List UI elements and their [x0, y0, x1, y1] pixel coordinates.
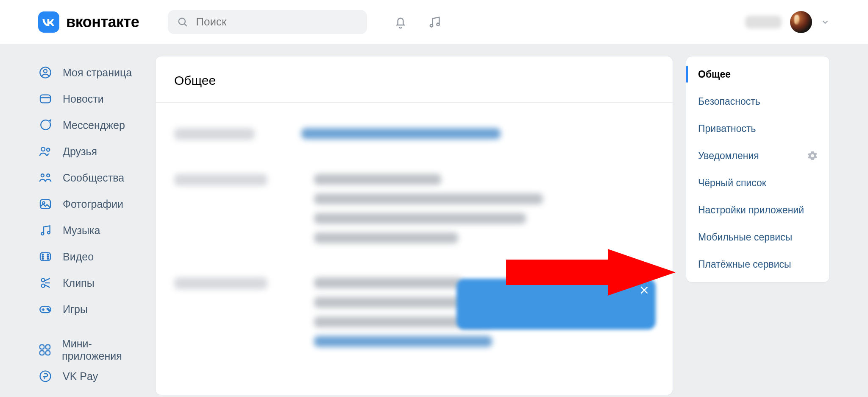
nav-communities[interactable]: Сообщества — [38, 165, 142, 191]
svg-point-10 — [41, 174, 44, 177]
svg-point-17 — [42, 254, 44, 255]
svg-point-22 — [47, 258, 49, 259]
blurred-setting-row — [174, 128, 654, 140]
settings-tab-privacy[interactable]: Приватность — [686, 115, 829, 142]
user-circle-icon — [38, 66, 53, 79]
settings-tab-label: Безопасность — [698, 96, 760, 107]
svg-line-1 — [185, 24, 187, 26]
nav-my-page[interactable]: Моя страница — [38, 59, 142, 86]
svg-point-27 — [48, 310, 50, 311]
settings-tab-label: Мобильные сервисы — [698, 232, 792, 243]
search-box[interactable] — [168, 10, 367, 34]
settings-tab-general[interactable]: Общее — [686, 61, 829, 88]
logo[interactable]: вконтакте — [38, 11, 139, 33]
nav-label: Музыка — [63, 224, 100, 237]
nav-music[interactable]: Музыка — [38, 217, 142, 243]
music-note-icon — [38, 224, 53, 237]
nav-clips[interactable]: Клипы — [38, 270, 142, 296]
notifications-icon[interactable] — [393, 15, 408, 29]
nav-label: Видео — [63, 251, 94, 263]
page-title: Общее — [156, 56, 673, 102]
nav-mini-apps[interactable]: Мини-приложения — [38, 337, 142, 363]
svg-point-20 — [47, 254, 49, 255]
nav-vk-pay[interactable]: VK Pay — [38, 363, 142, 389]
svg-point-8 — [41, 147, 45, 151]
games-icon — [38, 302, 53, 316]
settings-tab-payment-services[interactable]: Платёжные сервисы — [686, 251, 829, 278]
nav-label: Клипы — [63, 277, 95, 289]
nav-label: Моя страница — [63, 67, 132, 79]
svg-point-26 — [47, 308, 48, 310]
svg-point-21 — [47, 256, 49, 257]
video-icon — [38, 250, 53, 263]
left-nav: Моя страница Новости Мессенджер Друзья С… — [38, 56, 142, 397]
avatar[interactable] — [790, 11, 812, 33]
settings-tab-blacklist[interactable]: Чёрный список — [686, 169, 829, 196]
svg-point-5 — [44, 70, 47, 73]
nav-label: Фотографии — [63, 198, 123, 210]
vk-logo-icon — [38, 11, 59, 33]
search-input[interactable] — [196, 15, 358, 28]
settings-tab-mobile-services[interactable]: Мобильные сервисы — [686, 224, 829, 251]
svg-point-0 — [179, 18, 185, 24]
nav-messenger[interactable]: Мессенджер — [38, 112, 142, 138]
svg-point-15 — [47, 231, 50, 234]
svg-point-11 — [47, 174, 50, 177]
nav-video[interactable]: Видео — [38, 243, 142, 270]
username-blurred — [745, 16, 782, 28]
nav-photos[interactable]: Фотографии — [38, 191, 142, 217]
nav-label: Мини-приложения — [62, 338, 142, 362]
nav-label: Игры — [63, 303, 88, 316]
clips-icon — [38, 276, 53, 290]
svg-rect-12 — [40, 199, 50, 208]
settings-tab-label: Общее — [698, 69, 731, 80]
settings-main-panel: Общее — [155, 56, 673, 395]
nav-label: Сообщества — [63, 172, 124, 184]
blurred-setting-row — [174, 174, 654, 243]
svg-point-23 — [42, 278, 45, 282]
svg-rect-28 — [40, 345, 44, 349]
messenger-icon — [38, 118, 53, 132]
settings-tab-label: Уведомления — [698, 150, 759, 162]
services-icon — [38, 343, 52, 357]
settings-tab-label: Платёжные сервисы — [698, 259, 791, 270]
svg-point-19 — [42, 258, 44, 259]
newspaper-icon — [38, 92, 53, 106]
svg-point-24 — [42, 284, 45, 288]
brand-name: вконтакте — [66, 13, 139, 31]
chevron-down-icon[interactable] — [821, 17, 830, 27]
search-icon — [177, 17, 188, 28]
community-icon — [38, 171, 53, 185]
settings-tab-label: Настройки приложений — [698, 204, 804, 216]
nav-label: VK Pay — [63, 370, 98, 383]
music-icon[interactable] — [427, 15, 442, 29]
svg-rect-30 — [40, 351, 44, 355]
svg-rect-29 — [46, 345, 50, 349]
svg-point-2 — [430, 24, 433, 27]
nav-label: Мессенджер — [63, 119, 125, 131]
settings-tab-security[interactable]: Безопасность — [686, 88, 829, 115]
nav-work[interactable]: Работа — [38, 389, 142, 397]
nav-games[interactable]: Игры — [38, 296, 142, 322]
nav-label: Новости — [63, 93, 104, 105]
svg-point-14 — [41, 232, 44, 235]
nav-friends[interactable]: Друзья — [38, 138, 142, 165]
close-icon[interactable] — [637, 283, 651, 297]
photos-icon — [38, 197, 53, 211]
svg-rect-31 — [46, 351, 50, 355]
svg-point-3 — [437, 23, 440, 25]
gear-icon[interactable] — [807, 151, 818, 161]
nav-label: Друзья — [63, 145, 97, 158]
blurred-tooltip — [456, 279, 656, 330]
svg-rect-6 — [40, 95, 50, 103]
settings-tab-app-settings[interactable]: Настройки приложений — [686, 196, 829, 224]
settings-tab-notifications[interactable]: Уведомления — [686, 142, 829, 169]
svg-point-9 — [47, 148, 50, 151]
settings-side-nav: Общее Безопасность Приватность Уведомлен… — [686, 56, 830, 282]
settings-tab-label: Приватность — [698, 123, 756, 134]
vkpay-icon — [38, 369, 53, 383]
svg-point-18 — [42, 256, 44, 257]
top-header: вконтакте — [0, 0, 868, 44]
nav-news[interactable]: Новости — [38, 86, 142, 112]
settings-tab-label: Чёрный список — [698, 177, 766, 189]
